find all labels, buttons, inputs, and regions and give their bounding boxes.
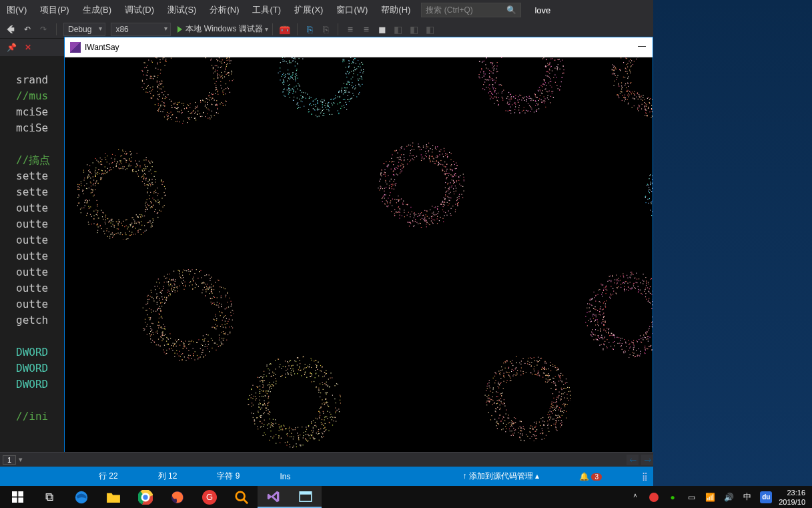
code-line[interactable]: srand bbox=[16, 72, 64, 88]
toolbox-icon[interactable]: 🧰 bbox=[280, 24, 290, 35]
code-line[interactable]: outte bbox=[16, 200, 64, 216]
svg-rect-3553 bbox=[224, 316, 225, 316]
notifications-icon[interactable]: 3 bbox=[579, 472, 602, 481]
tray-chevron-icon[interactable]: ＾ bbox=[629, 491, 641, 503]
netease-music-icon[interactable]: G bbox=[193, 486, 226, 508]
nav-right-icon[interactable]: 🡒 bbox=[641, 455, 653, 465]
chrome-icon[interactable] bbox=[129, 486, 161, 508]
redo-icon[interactable]: ↷ bbox=[36, 23, 51, 35]
status-col[interactable]: 列 12 bbox=[158, 471, 177, 482]
code-line[interactable]: outte bbox=[16, 248, 64, 264]
svg-rect-4024 bbox=[606, 328, 607, 328]
code-line[interactable]: DWORD bbox=[16, 376, 64, 393]
undo-icon[interactable]: ↶ bbox=[20, 23, 35, 35]
svg-rect-5430 bbox=[555, 423, 556, 423]
code-line[interactable] bbox=[16, 56, 64, 72]
svg-rect-2287 bbox=[126, 219, 127, 220]
menu-tools[interactable]: 工具(T) bbox=[246, 1, 288, 19]
code-line[interactable]: //搞点 bbox=[16, 152, 64, 168]
indent-right-icon[interactable]: ≡ bbox=[361, 24, 372, 35]
code-line[interactable]: DWORD bbox=[16, 360, 64, 376]
edge-icon[interactable] bbox=[65, 486, 97, 508]
code-line[interactable]: //mus bbox=[16, 88, 64, 104]
taskbar-clock[interactable]: 23:16 2019/10 bbox=[779, 488, 805, 507]
menu-debug[interactable]: 调试(D) bbox=[118, 1, 161, 19]
svg-rect-2082 bbox=[123, 151, 123, 152]
menu-window[interactable]: 窗口(W) bbox=[330, 1, 374, 19]
code-line[interactable] bbox=[16, 393, 64, 409]
tray-du-icon[interactable]: du bbox=[760, 491, 772, 503]
svg-rect-4805 bbox=[276, 434, 276, 435]
running-app-icon[interactable] bbox=[290, 486, 322, 508]
tray-wechat-icon[interactable]: ● bbox=[667, 491, 679, 503]
code-line[interactable]: mciSe bbox=[16, 120, 64, 136]
code-line[interactable]: outte bbox=[16, 216, 64, 232]
svg-rect-2171 bbox=[145, 180, 146, 180]
pin-icon[interactable]: 📌 bbox=[3, 43, 21, 52]
menu-view[interactable]: 图(V) bbox=[0, 1, 33, 19]
tray-battery-icon[interactable]: ▭ bbox=[685, 491, 697, 503]
svg-rect-4129 bbox=[605, 304, 606, 304]
code-line[interactable]: outte bbox=[16, 296, 64, 312]
child-titlebar[interactable]: IWantSay — bbox=[65, 37, 653, 57]
tray-wifi-icon[interactable]: 📶 bbox=[704, 491, 716, 503]
menu-help[interactable]: 帮助(H) bbox=[374, 1, 417, 19]
svg-rect-2634 bbox=[380, 174, 381, 174]
search-input[interactable]: 搜索 (Ctrl+Q) 🔍 bbox=[421, 3, 521, 17]
menu-build[interactable]: 生成(B) bbox=[76, 1, 118, 19]
source-control-button[interactable]: ↑ 添加到源代码管理 ▴ bbox=[462, 471, 539, 482]
code-line[interactable]: getch bbox=[16, 312, 64, 328]
svg-rect-4572 bbox=[269, 387, 270, 388]
svg-rect-3835 bbox=[221, 297, 222, 298]
code-line[interactable]: mciSe bbox=[16, 104, 64, 120]
start-debug-button[interactable]: 本地 Windows 调试器 bbox=[177, 23, 268, 35]
code-line[interactable]: outte bbox=[16, 264, 64, 280]
menu-analyze[interactable]: 分析(N) bbox=[203, 1, 246, 19]
svg-rect-2008 bbox=[138, 170, 139, 171]
status-ins[interactable]: Ins bbox=[280, 472, 290, 481]
firefox-icon[interactable] bbox=[161, 486, 193, 508]
bookmark-icon[interactable]: ◼ bbox=[377, 24, 388, 35]
task-view-icon[interactable]: ⧉ bbox=[33, 486, 65, 508]
code-line[interactable]: //ini bbox=[16, 409, 64, 425]
code-line[interactable]: outte bbox=[16, 280, 64, 296]
status-line[interactable]: 行 22 bbox=[99, 471, 118, 482]
config-dropdown[interactable]: Debug bbox=[63, 23, 105, 36]
close-tab-icon[interactable]: ✕ bbox=[21, 43, 35, 52]
tray-red-icon[interactable] bbox=[648, 491, 660, 503]
svg-rect-465 bbox=[229, 80, 230, 81]
start-button[interactable] bbox=[1, 486, 33, 508]
dropdown-icon[interactable]: ▾ bbox=[19, 455, 23, 464]
desktop-area[interactable] bbox=[653, 0, 812, 486]
indent-left-icon[interactable]: ≡ bbox=[345, 24, 356, 35]
everything-search-icon[interactable] bbox=[226, 486, 258, 508]
nav-left-icon[interactable]: 🡐 bbox=[627, 455, 639, 465]
visual-studio-icon[interactable] bbox=[258, 486, 290, 508]
code-line[interactable]: sette bbox=[16, 168, 64, 184]
menu-project[interactable]: 项目(P) bbox=[33, 1, 75, 19]
svg-rect-2688 bbox=[446, 196, 446, 196]
step-icon-2[interactable]: ⎘ bbox=[320, 24, 331, 35]
code-line[interactable] bbox=[16, 136, 64, 152]
percent-box[interactable]: 1 bbox=[3, 455, 16, 465]
code-editor[interactable]: srand//musmciSemciSe //搞点settesetteoutte… bbox=[0, 56, 64, 467]
status-char[interactable]: 字符 9 bbox=[217, 471, 240, 482]
tray-ime-icon[interactable]: 中 bbox=[741, 491, 753, 503]
app-icon bbox=[70, 42, 81, 53]
svg-rect-2749 bbox=[391, 184, 392, 185]
file-explorer-icon[interactable] bbox=[97, 486, 129, 508]
child-minimize-button[interactable]: — bbox=[638, 41, 646, 51]
back-icon[interactable]: 🢀 bbox=[3, 23, 19, 35]
code-line[interactable]: DWORD bbox=[16, 344, 64, 360]
svg-rect-2978 bbox=[400, 173, 400, 174]
step-icon-1[interactable]: ⎘ bbox=[304, 24, 315, 35]
menu-extensions[interactable]: 扩展(X) bbox=[288, 1, 330, 19]
code-line[interactable]: outte bbox=[16, 232, 64, 248]
tray-volume-icon[interactable]: 🔊 bbox=[723, 491, 735, 503]
code-line[interactable]: sette bbox=[16, 184, 64, 200]
code-line[interactable] bbox=[16, 328, 64, 344]
svg-rect-4873 bbox=[328, 431, 329, 431]
svg-rect-4568 bbox=[258, 429, 258, 429]
menu-test[interactable]: 测试(S) bbox=[161, 1, 203, 19]
platform-dropdown[interactable]: x86 bbox=[111, 23, 171, 36]
